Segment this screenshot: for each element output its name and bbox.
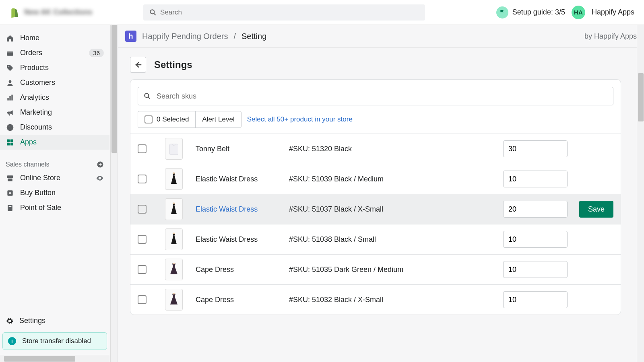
marketing-icon [6,109,14,117]
search-icon [149,8,157,16]
table-row: Cape Dress#SKU: 51032 Black / X-Small [130,284,621,315]
svg-rect-5 [7,98,8,101]
discounts-icon [6,123,14,132]
product-thumbnail [165,228,183,250]
product-sku: #SKU: 51037 Black / X-Small [289,205,498,214]
nav-item-apps[interactable]: Apps [0,135,109,150]
svg-rect-17 [9,206,12,207]
svg-rect-10 [10,139,13,142]
row-checkbox[interactable] [138,205,147,214]
nav-item-orders[interactable]: Orders36 [0,45,109,60]
nav-item-label: Marketing [20,108,52,117]
customers-icon [6,79,14,87]
nav-item-label: Apps [20,138,37,146]
quantity-input[interactable] [503,171,568,187]
page-head: Settings [118,48,644,79]
svg-point-4 [9,80,12,83]
sidebar: HomeOrders36ProductsCustomersAnalyticsMa… [0,25,118,362]
products-icon [6,64,14,72]
channel-item-point-of-sale[interactable]: Point of Sale [0,200,109,215]
svg-point-26 [173,263,175,264]
nav-item-analytics[interactable]: Analytics [0,90,109,105]
svg-rect-15 [9,192,12,193]
channel-item-online-store[interactable]: Online Store [0,171,109,185]
quantity-input[interactable] [503,291,568,308]
sku-search-input[interactable] [138,87,613,105]
setup-guide-button[interactable]: Setup guide: 3/5 [496,6,565,19]
table-row: Elastic Waist Dress#SKU: 51038 Black / S… [130,224,621,254]
settings-card: 0 Selected Alert Level Select all 50+ pr… [130,79,621,315]
product-name: Cape Dress [196,296,284,304]
top-bar: New AK Collections Setup guide: 3/5 HA H… [0,0,644,25]
row-checkbox[interactable] [138,175,147,183]
quantity-input[interactable] [503,261,568,278]
svg-rect-12 [10,142,13,145]
breadcrumb-by: by Happify Apps [584,32,637,41]
nav-badge: 36 [89,49,104,57]
global-search-wrap [143,4,425,21]
product-sku: #SKU: 51320 Black [289,145,498,153]
nav-item-products[interactable]: Products [0,60,109,75]
nav-item-discounts[interactable]: Discounts [0,120,109,135]
back-button[interactable] [130,57,146,73]
username-label: Happify Apps [592,8,634,16]
product-name: Elastic Waist Dress [196,235,284,244]
product-sku: #SKU: 51035 Dark Green / Medium [289,265,498,274]
app-badge-icon: h [125,31,136,42]
avatar[interactable]: HA [572,6,585,19]
product-thumbnail [165,259,183,280]
info-icon: i [8,337,17,346]
settings-nav-item[interactable]: Settings [0,313,109,329]
flag-icon [496,6,508,19]
row-checkbox[interactable] [138,295,147,304]
pos-icon [6,204,14,212]
sidebar-horizontal-scrollbar[interactable] [0,355,109,362]
product-name[interactable]: Elastic Waist Dress [196,205,284,214]
product-thumbnail [165,168,183,190]
product-name: Tonny Belt [196,145,284,153]
breadcrumb-parent[interactable]: Happify Pending Orders [142,32,228,41]
svg-rect-16 [8,205,12,211]
product-thumbnail [165,198,183,220]
product-name: Cape Dress [196,265,284,274]
global-search-input[interactable] [143,4,425,21]
quantity-input[interactable] [503,140,568,157]
svg-point-25 [173,232,175,234]
sales-channels-header: Sales channels [0,155,109,171]
row-checkbox[interactable] [138,235,147,244]
nav-item-marketing[interactable]: Marketing [0,105,109,120]
svg-point-8 [7,124,14,131]
svg-point-23 [173,172,175,174]
svg-point-24 [173,202,175,204]
main-vertical-scrollbar[interactable] [637,25,644,362]
alert-level-button[interactable]: Alert Level [196,111,241,128]
sales-channels-label: Sales channels [6,161,50,168]
row-checkbox[interactable] [138,144,147,153]
store-transfer-banner[interactable]: i Store transfer disabled [2,332,107,350]
row-checkbox[interactable] [138,265,147,274]
add-channel-icon[interactable] [97,161,104,168]
nav-item-home[interactable]: Home [0,31,109,45]
product-sku: #SKU: 51039 Black / Medium [289,175,498,183]
main-area: h Happify Pending Orders / Setting by Ha… [118,25,644,362]
save-button[interactable]: Save [579,201,613,218]
quantity-input[interactable] [503,201,568,218]
quantity-input[interactable] [503,231,568,248]
selected-count-button[interactable]: 0 Selected [138,111,196,128]
product-thumbnail [165,138,183,160]
select-all-link[interactable]: Select all 50+ product in your store [247,115,353,123]
segmented-group: 0 Selected Alert Level [138,111,242,128]
channel-label: Online Store [20,174,60,182]
channel-label: Point of Sale [20,204,61,212]
transfer-banner-text: Store transfer disabled [22,337,91,345]
product-sku: #SKU: 51032 Black / X-Small [289,296,498,304]
svg-point-27 [173,293,175,294]
channel-item-buy-button[interactable]: Buy Button [0,185,109,200]
eye-icon[interactable] [96,174,104,182]
nav-item-customers[interactable]: Customers [0,75,109,90]
svg-point-0 [150,10,154,14]
arrow-left-icon [134,60,142,69]
search-icon [143,92,151,100]
gear-icon [6,317,14,325]
sidebar-vertical-scrollbar[interactable] [110,25,118,362]
